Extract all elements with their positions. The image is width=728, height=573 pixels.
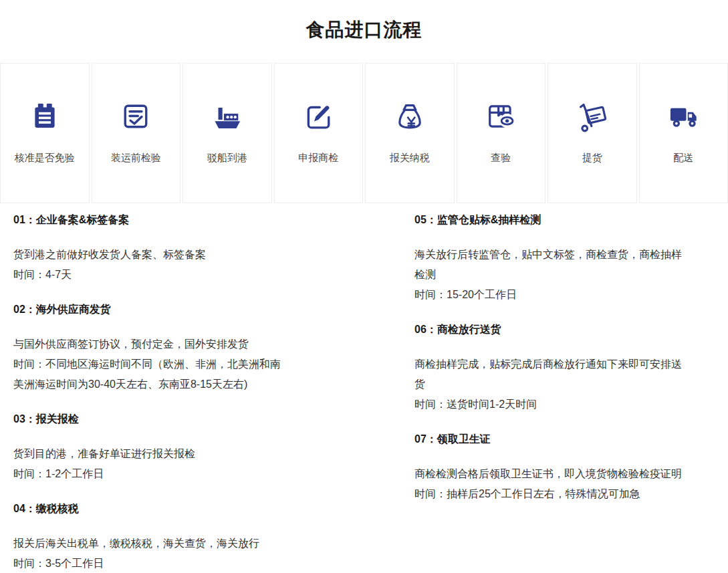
section-heading: 04：缴税核税 (13, 501, 361, 516)
step-label: 驳船到港 (207, 152, 247, 164)
section-body: 海关放行后转监管仓，贴中文标签，商检查货，商检抽样 检测 时间：15-20个工作… (414, 245, 715, 305)
section-body: 报关后海关出税单，缴税核税，海关查货，海关放行 时间：3-5个工作日 (13, 534, 361, 573)
step-cell-check: 查验 (457, 63, 546, 203)
page-title: 食品进口流程 (0, 0, 728, 43)
process-details: 01：企业备案&标签备案 货到港之前做好收发货人备案、标签备案 时间：4-7天 … (0, 203, 728, 573)
section-body: 货到目的港，准备好单证进行报关报检 时间：1-2个工作日 (13, 444, 361, 484)
section-02: 02：海外供应商发货 与国外供应商签订协议，预付定金，国外安排发货 时间：不同地… (13, 302, 361, 394)
details-left-column: 01：企业备案&标签备案 货到港之前做好收发货人备案、标签备案 时间：4-7天 … (13, 213, 361, 573)
step-label: 配送 (673, 152, 693, 164)
section-01: 01：企业备案&标签备案 货到港之前做好收发货人备案、标签备案 时间：4-7天 (13, 213, 361, 285)
details-right-column: 05：监管仓贴标&抽样检测 海关放行后转监管仓，贴中文标签，商检查货，商检抽样 … (414, 213, 715, 573)
section-heading: 05：监管仓贴标&抽样检测 (414, 213, 715, 227)
truck-icon (665, 98, 701, 134)
step-cell-customs-tax: 报关纳税 (365, 63, 455, 203)
step-cell-preshipment-inspection: 装运前检验 (92, 63, 181, 203)
section-body: 商检抽样完成，贴标完成后商检放行通知下来即可安排送 货 时间：送货时间1-2天时… (414, 354, 715, 415)
step-label: 查验 (491, 152, 511, 164)
step-label: 提货 (582, 152, 602, 164)
section-heading: 02：海外供应商发货 (13, 302, 361, 317)
section-03: 03：报关报检 货到目的港，准备好单证进行报关报检 时间：1-2个工作日 (13, 412, 361, 484)
clipboard-icon (27, 98, 63, 134)
section-05: 05：监管仓贴标&抽样检测 海关放行后转监管仓，贴中文标签，商检查货，商检抽样 … (414, 213, 715, 305)
process-steps-row: 核准是否免验 装运前检验 驳船到港 (0, 63, 728, 203)
step-cell-delivery: 配送 (639, 63, 728, 203)
money-bag-icon (392, 98, 428, 134)
section-06: 06：商检放行送货 商检抽样完成，贴标完成后商检放行通知下来即可安排送 货 时间… (414, 322, 715, 415)
handtruck-icon (574, 98, 610, 134)
package-inspect-icon (483, 98, 519, 134)
section-heading: 06：商检放行送货 (414, 322, 715, 337)
step-label: 申报商检 (298, 152, 338, 164)
step-label: 核准是否免验 (15, 152, 75, 164)
checklist-icon (118, 98, 154, 134)
section-body: 商检检测合格后领取卫生证书，即入境货物检验检疫证明 时间：抽样后25个工作日左右… (414, 464, 715, 504)
section-07: 07：领取卫生证 商检检测合格后领取卫生证书，即入境货物检验检疫证明 时间：抽样… (414, 432, 715, 504)
section-heading: 01：企业备案&标签备案 (13, 213, 361, 227)
section-body: 货到港之前做好收发货人备案、标签备案 时间：4-7天 (13, 245, 361, 285)
step-cell-declare-inspection: 申报商检 (274, 63, 364, 203)
section-heading: 07：领取卫生证 (414, 432, 715, 447)
step-label: 装运前检验 (111, 152, 161, 164)
step-label: 报关纳税 (390, 152, 430, 164)
ship-icon (209, 98, 245, 134)
edit-icon (300, 98, 336, 134)
step-cell-pickup: 提货 (548, 63, 637, 203)
section-body: 与国外供应商签订协议，预付定金，国外安排发货 时间：不同地区海运时间不同（欧洲、… (13, 334, 361, 394)
section-04: 04：缴税核税 报关后海关出税单，缴税核税，海关查货，海关放行 时间：3-5个工… (13, 501, 361, 573)
step-cell-arrival: 驳船到港 (183, 63, 272, 203)
step-cell-approval: 核准是否免验 (0, 63, 90, 203)
section-heading: 03：报关报检 (13, 412, 361, 427)
